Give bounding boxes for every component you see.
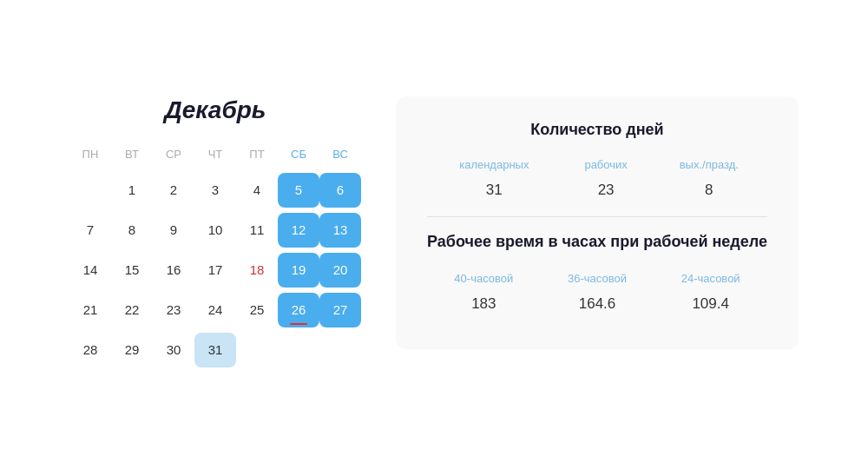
calendar-header-ЧТ: ЧТ — [194, 142, 236, 168]
calendar-day: 20 — [319, 253, 361, 288]
calendar-header-ВС: ВС — [319, 142, 361, 168]
calendar-header-ПТ: ПТ — [236, 142, 278, 168]
calendar: Декабрь ПНВТСРЧТПТСБВС123456789101112131… — [69, 96, 361, 367]
calendar-day: 11 — [236, 213, 278, 248]
calendar-day: 26 — [278, 293, 319, 327]
calendar-day — [69, 173, 111, 208]
calendar-day: 22 — [111, 293, 153, 327]
calendar-day: 21 — [69, 293, 111, 327]
col-calendar-header: календарных — [427, 155, 562, 178]
calendar-day: 4 — [236, 173, 278, 208]
hours40-value: 183 — [427, 292, 541, 316]
calendar-day: 31 — [194, 333, 236, 367]
calendar-day: 14 — [69, 253, 111, 288]
col-holiday-value: 8 — [651, 178, 767, 202]
calendar-day — [236, 333, 278, 367]
col-working-value: 23 — [562, 178, 651, 202]
calendar-day: 23 — [153, 293, 194, 327]
calendar-day: 17 — [194, 253, 236, 288]
calendar-grid: ПНВТСРЧТПТСБВС12345678910111213141516171… — [69, 142, 361, 367]
calendar-day: 29 — [111, 333, 153, 367]
col-calendar-value: 31 — [427, 178, 562, 202]
calendar-day — [319, 333, 361, 367]
hours-table: 40-часовой 36-часовой 24-часовой 183 164… — [427, 268, 767, 316]
calendar-day: 19 — [278, 253, 319, 288]
calendar-day: 9 — [153, 213, 194, 248]
hours24-value: 109.4 — [654, 292, 767, 316]
calendar-day: 5 — [278, 173, 319, 208]
col-holiday-header: вых./празд. — [651, 155, 767, 178]
hours-section-title: Рабочее время в часах при рабочей неделе — [427, 231, 767, 253]
calendar-day: 10 — [194, 213, 236, 248]
divider — [427, 216, 767, 217]
calendar-day: 28 — [69, 333, 111, 367]
col-working-header: рабочих — [562, 155, 651, 178]
calendar-day: 2 — [153, 173, 194, 208]
calendar-day — [278, 333, 319, 367]
calendar-header-ПН: ПН — [69, 142, 111, 168]
calendar-day: 27 — [319, 293, 361, 327]
calendar-day: 12 — [278, 213, 319, 248]
calendar-title: Декабрь — [69, 96, 361, 124]
calendar-day: 18 — [236, 253, 278, 288]
calendar-header-ВТ: ВТ — [111, 142, 153, 168]
calendar-day: 16 — [153, 253, 194, 288]
calendar-day: 30 — [153, 333, 194, 367]
calendar-header-СБ: СБ — [278, 142, 319, 168]
calendar-day: 25 — [236, 293, 278, 327]
hours24-header: 24-часовой — [654, 268, 767, 292]
calendar-day: 3 — [194, 173, 236, 208]
days-table: календарных рабочих вых./празд. 31 23 8 — [427, 155, 767, 202]
calendar-day: 13 — [319, 213, 361, 248]
calendar-header-СР: СР — [153, 142, 194, 168]
calendar-day: 1 — [111, 173, 153, 208]
main-container: Декабрь ПНВТСРЧТПТСБВС123456789101112131… — [52, 79, 816, 385]
calendar-day: 24 — [194, 293, 236, 327]
calendar-day: 15 — [111, 253, 153, 288]
days-section-title: Количество дней — [427, 121, 767, 139]
hours36-value: 164.6 — [541, 292, 654, 316]
calendar-day: 7 — [69, 213, 111, 248]
info-panel: Количество дней календарных рабочих вых.… — [396, 96, 799, 349]
hours36-header: 36-часовой — [541, 268, 654, 292]
calendar-day: 6 — [319, 173, 361, 208]
hours40-header: 40-часовой — [427, 268, 541, 292]
calendar-day: 8 — [111, 213, 153, 248]
